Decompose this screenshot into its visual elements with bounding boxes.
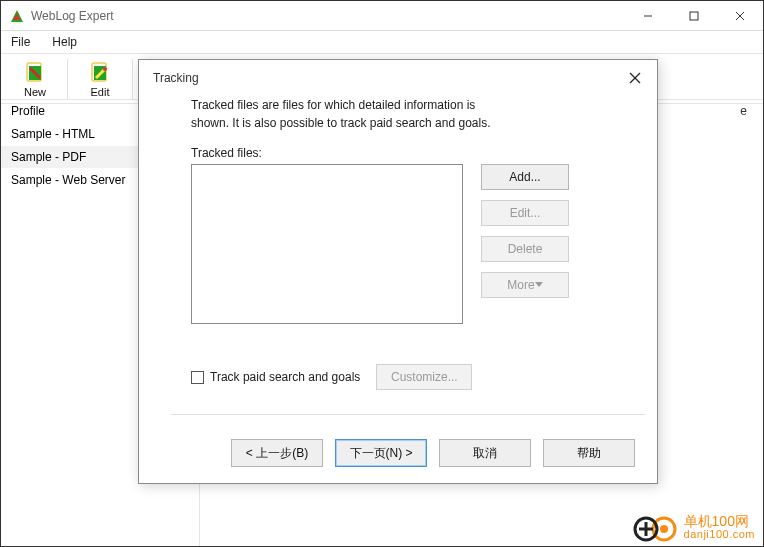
app-icon [9,8,25,24]
delete-button: Delete [481,236,569,262]
toolbar-edit[interactable]: Edit [70,57,130,101]
help-button[interactable]: 帮助 [543,439,635,467]
svg-marker-13 [535,282,543,287]
dialog-description-line2: shown. It is also possible to track paid… [191,114,625,132]
toolbar-separator [67,59,68,99]
tracked-files-label: Tracked files: [191,146,625,160]
watermark-line1: 单机100网 [684,514,749,529]
dialog-titlebar: Tracking [139,60,657,96]
watermark-text: 单机100网 danji100.com [684,514,755,540]
window-controls [625,1,763,31]
watermark: 单机100网 danji100.com [632,512,755,542]
close-button[interactable] [717,1,763,31]
new-icon [23,60,47,84]
menu-file[interactable]: File [7,33,34,51]
dialog-close-button[interactable] [625,68,645,88]
main-header-cut: e [740,104,747,118]
watermark-logo-icon [632,512,678,542]
tracked-files-listbox[interactable] [191,164,463,324]
dialog-title: Tracking [153,71,199,85]
track-paid-row: Track paid search and goals Customize... [191,364,625,390]
tracked-files-buttons: Add... Edit... Delete More [481,164,569,324]
dialog-description: Tracked files are files for which detail… [191,96,625,132]
add-button[interactable]: Add... [481,164,569,190]
customize-button: Customize... [376,364,472,390]
edit-button: Edit... [481,200,569,226]
chevron-down-icon [535,282,543,288]
minimize-button[interactable] [625,1,671,31]
track-paid-checkbox[interactable] [191,371,204,384]
toolbar-new[interactable]: New [5,57,65,101]
maximize-button[interactable] [671,1,717,31]
edit-icon [88,60,112,84]
toolbar-separator [132,59,133,99]
next-button[interactable]: 下一页(N) > [335,439,427,467]
track-paid-label: Track paid search and goals [210,370,360,384]
svg-point-10 [103,67,107,71]
dialog-body: Tracked files are files for which detail… [139,96,657,425]
tracking-dialog: Tracking Tracked files are files for whi… [138,59,658,484]
dialog-actions: < 上一步(B) 下一页(N) > 取消 帮助 [139,425,657,483]
back-button[interactable]: < 上一步(B) [231,439,323,467]
cancel-button[interactable]: 取消 [439,439,531,467]
watermark-line2: danji100.com [684,529,755,541]
titlebar: WebLog Expert [1,1,763,31]
svg-point-15 [660,525,668,533]
svg-rect-3 [690,12,698,20]
dialog-separator [171,414,645,415]
toolbar-edit-label: Edit [91,86,110,98]
menu-help[interactable]: Help [48,33,81,51]
application-window: WebLog Expert File Help New Edit D [0,0,764,547]
window-title: WebLog Expert [31,9,625,23]
dialog-description-line1: Tracked files are files for which detail… [191,96,625,114]
menubar: File Help [1,31,763,53]
toolbar-new-label: New [24,86,46,98]
more-button-label: More [507,278,534,292]
more-button: More [481,272,569,298]
tracked-files-row: Add... Edit... Delete More [191,164,625,324]
